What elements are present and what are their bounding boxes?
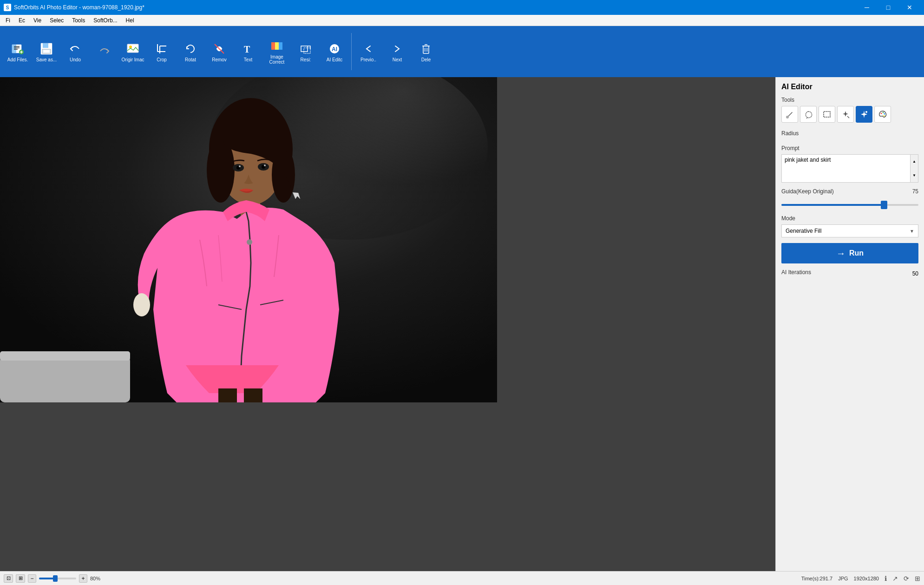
- crop-icon: [154, 41, 169, 56]
- external-link-icon[interactable]: ↗: [892, 575, 898, 582]
- zoom-plus-button[interactable]: +: [79, 574, 87, 583]
- redo-button[interactable]: [90, 29, 118, 74]
- svg-rect-11: [44, 50, 49, 53]
- prompt-scroll-area: pink jaket and skirt ▲ ▼: [781, 154, 918, 183]
- lasso-tool-button[interactable]: [800, 106, 817, 123]
- mode-dropdown[interactable]: Generative Fill ▼: [781, 224, 918, 237]
- svg-text:T: T: [244, 44, 250, 54]
- minimize-button[interactable]: ─: [856, 0, 878, 15]
- iterations-value: 50: [912, 270, 918, 277]
- run-button[interactable]: → Run: [781, 243, 918, 263]
- zoom-actual-button[interactable]: ⊞: [16, 574, 25, 583]
- prompt-scroll-up[interactable]: ▲: [911, 155, 918, 169]
- svg-point-51: [239, 165, 241, 167]
- original-image-button[interactable]: Origir Imac: [119, 29, 147, 74]
- previous-button[interactable]: Previo..: [354, 29, 382, 74]
- canvas-area[interactable]: [0, 77, 775, 571]
- svg-point-57: [865, 111, 867, 113]
- prompt-section: Prompt pink jaket and skirt ▲ ▼: [781, 145, 918, 183]
- resize-button[interactable]: Resi:: [292, 29, 320, 74]
- next-button[interactable]: Next: [383, 29, 411, 74]
- guidance-slider-fill: [781, 204, 884, 206]
- undo-icon: [68, 41, 83, 56]
- toolbar: Add Files. Save as... Undo: [0, 26, 924, 77]
- maximize-button[interactable]: □: [878, 0, 899, 15]
- save-as-label: Save as...: [36, 57, 57, 62]
- dimensions-display: 1920x1280: [854, 576, 879, 581]
- prompt-input[interactable]: pink jaket and skirt: [782, 155, 918, 181]
- previous-icon: [361, 41, 376, 56]
- zoom-slider[interactable]: [39, 578, 76, 579]
- window-title: SoftOrbits AI Photo Editor - woman-97088…: [14, 4, 144, 11]
- svg-point-59: [883, 112, 884, 113]
- ai-editor-button[interactable]: AI AI Editc: [321, 29, 348, 74]
- rotate-button[interactable]: Rotat: [177, 29, 204, 74]
- svg-point-58: [881, 113, 882, 114]
- svg-point-60: [884, 113, 885, 115]
- image-correction-label: Image Correct: [264, 54, 289, 65]
- svg-rect-37: [0, 351, 130, 361]
- palette-tool-button[interactable]: [874, 106, 891, 123]
- text-button[interactable]: T Text: [234, 29, 262, 74]
- photo-canvas: [0, 77, 497, 402]
- rotate-icon[interactable]: ⟳: [904, 575, 909, 582]
- zoom-fit-button[interactable]: ⊡: [4, 574, 13, 583]
- svg-rect-36: [0, 356, 130, 402]
- save-as-button[interactable]: Save as...: [33, 29, 60, 74]
- svg-point-44: [133, 293, 150, 316]
- svg-point-53: [786, 116, 789, 118]
- delete-button[interactable]: Dele: [412, 29, 440, 74]
- svg-line-54: [806, 118, 807, 118]
- menu-selec[interactable]: Selec: [46, 15, 67, 26]
- rectangle-select-button[interactable]: [819, 106, 835, 123]
- zoom-minus-button[interactable]: −: [28, 574, 36, 583]
- brush-tool-button[interactable]: [781, 106, 798, 123]
- guidance-value: 75: [912, 188, 918, 195]
- svg-rect-46: [244, 388, 262, 402]
- remove-label: Remov: [212, 57, 227, 62]
- menu-fi[interactable]: Fi: [2, 15, 14, 26]
- svg-rect-1: [12, 45, 16, 53]
- svg-rect-22: [275, 42, 279, 50]
- menu-ec[interactable]: Ec: [15, 15, 29, 26]
- magic-select-button[interactable]: [837, 106, 854, 123]
- chevron-down-icon: ▼: [910, 229, 914, 234]
- prompt-scroll-down[interactable]: ▼: [911, 169, 918, 183]
- prompt-scrollbar: ▲ ▼: [910, 155, 918, 182]
- crop-label: Crop: [157, 57, 167, 62]
- svg-rect-55: [824, 112, 830, 117]
- zoom-slider-thumb[interactable]: [53, 575, 58, 582]
- run-icon: →: [836, 248, 845, 259]
- svg-rect-23: [279, 42, 282, 50]
- undo-label: Undo: [70, 57, 81, 62]
- add-files-button[interactable]: Add Files.: [4, 29, 32, 74]
- image-correction-button[interactable]: Image Correct: [263, 29, 291, 74]
- guidance-slider-track[interactable]: [781, 204, 918, 206]
- main-area: AI Editor Tools: [0, 77, 924, 571]
- undo-button[interactable]: Undo: [61, 29, 89, 74]
- iterations-section: AI Iterations 50: [781, 269, 918, 278]
- info-icon[interactable]: ℹ: [885, 575, 887, 582]
- guidance-slider-thumb[interactable]: [881, 201, 887, 209]
- menu-tools[interactable]: Tools: [68, 15, 89, 26]
- app-icon: S: [4, 4, 11, 11]
- close-button[interactable]: ✕: [899, 0, 920, 15]
- radius-section: Radius: [781, 130, 918, 139]
- svg-line-18: [215, 44, 224, 53]
- svg-rect-21: [271, 42, 275, 50]
- remove-button[interactable]: Remov: [205, 29, 233, 74]
- text-label: Text: [244, 57, 252, 62]
- sparkle-tool-button[interactable]: [856, 106, 872, 123]
- menu-hel[interactable]: Hel: [122, 15, 138, 26]
- image-correction-icon: [269, 39, 284, 53]
- svg-text:AI: AI: [332, 46, 337, 53]
- grid-icon[interactable]: ⊞: [915, 575, 920, 582]
- guidance-label: Guida(Keep Original): [781, 188, 834, 195]
- tools-row: [781, 106, 918, 123]
- svg-rect-24: [301, 46, 308, 52]
- menu-softorb[interactable]: SoftOrb...: [90, 15, 121, 26]
- menu-bar: Fi Ec Vie Selec Tools SoftOrb... Hel: [0, 15, 924, 26]
- crop-button[interactable]: Crop: [148, 29, 176, 74]
- svg-point-52: [264, 164, 266, 166]
- menu-vie[interactable]: Vie: [30, 15, 45, 26]
